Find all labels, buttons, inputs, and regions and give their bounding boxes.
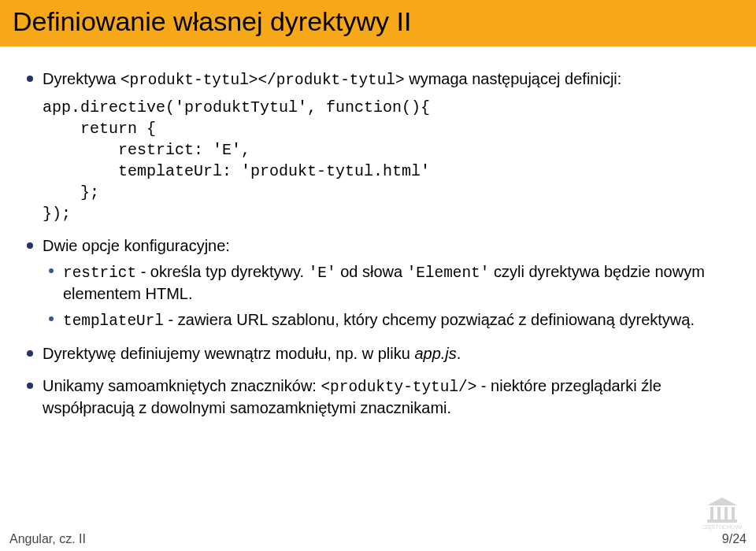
footer-page-number: 9/24 xyxy=(722,532,747,546)
svg-rect-4 xyxy=(732,507,735,520)
sub-bullet-2: templateUrl - zawiera URL szablonu, któr… xyxy=(63,309,732,331)
filename: app.js xyxy=(414,345,456,362)
footer-left: Angular, cz. II xyxy=(9,532,86,546)
bullet-item-1: Dyrektywa <produkt-tytul></produkt-tytul… xyxy=(43,68,732,224)
svg-text:CZĘSTOCHOWA: CZĘSTOCHOWA xyxy=(702,524,742,531)
bullet-item-4: Unikamy samoamkniętych znaczników: <prod… xyxy=(43,375,732,419)
code-line: return { xyxy=(43,120,156,138)
code-line: templateUrl: 'produkt-tytul.html' xyxy=(43,162,430,180)
svg-rect-2 xyxy=(717,507,721,520)
slide-title: Definiowanie własnej dyrektywy II xyxy=(13,6,743,37)
inline-code: 'E' xyxy=(309,264,336,282)
svg-rect-0 xyxy=(707,520,737,523)
text: Dyrektywa xyxy=(43,70,120,87)
svg-marker-5 xyxy=(707,497,737,505)
text: Unikamy samoamkniętych znaczników: xyxy=(43,377,321,394)
bullet-list: Dyrektywa <produkt-tytul></produkt-tytul… xyxy=(24,68,732,419)
inline-code: templateUrl xyxy=(63,312,164,330)
text: - zawiera URL szablonu, który chcemy poz… xyxy=(164,311,695,328)
code-line: restrict: 'E', xyxy=(43,141,250,159)
sub-bullet-1: restrict - określa typ dyrektywy. 'E' od… xyxy=(63,261,732,305)
text: Dwie opcje konfiguracyjne: xyxy=(43,237,230,254)
code-block: app.directive('produktTytul', function()… xyxy=(43,97,732,224)
slide-title-box: Definiowanie własnej dyrektywy II xyxy=(0,0,756,46)
slide-footer: Angular, cz. II 9/24 xyxy=(9,532,747,546)
text: wymaga następującej definicji: xyxy=(405,70,622,87)
text: - określa typ dyrektywy. xyxy=(136,263,309,280)
sub-bullet-list: restrict - określa typ dyrektywy. 'E' od… xyxy=(43,261,732,331)
code-line: app.directive('produktTytul', function()… xyxy=(43,98,430,116)
text: . xyxy=(457,345,461,362)
code-line: }; xyxy=(43,183,99,202)
code-line: }); xyxy=(43,205,71,223)
slide-content: Dyrektywa <produkt-tytul></produkt-tytul… xyxy=(0,46,756,419)
inline-code: restrict xyxy=(63,264,136,282)
inline-code: <produkty-tytul/> xyxy=(321,379,476,396)
bullet-item-3: Dyrektywę definiujemy wewnątrz modułu, n… xyxy=(43,343,732,364)
svg-rect-1 xyxy=(710,507,713,520)
text: Dyrektywę definiujemy wewnątrz modułu, n… xyxy=(43,345,414,362)
institution-logo-icon: CZĘSTOCHOWA xyxy=(702,496,742,531)
text: od słowa xyxy=(336,263,407,280)
bullet-item-2: Dwie opcje konfiguracyjne: restrict - ok… xyxy=(43,235,732,331)
inline-code: 'Element' xyxy=(407,264,490,282)
svg-rect-3 xyxy=(724,507,728,520)
inline-code: <produkt-tytul></produkt-tytul> xyxy=(120,72,405,89)
